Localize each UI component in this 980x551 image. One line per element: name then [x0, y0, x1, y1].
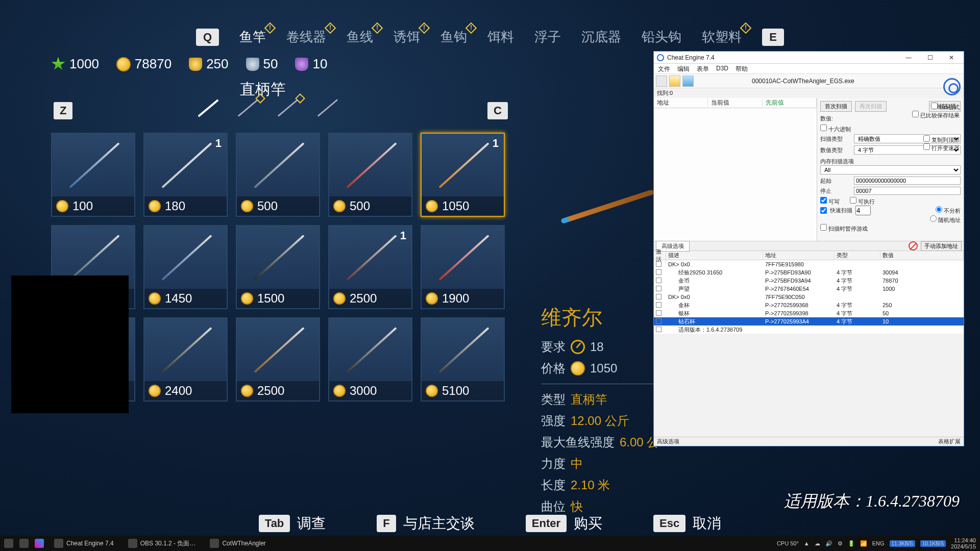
ce-fast-checkbox[interactable]	[820, 207, 827, 214]
cheat-engine-window[interactable]: Cheat Engine 7.4 — ☐ ✕ 文件 编辑 表单 D3D 帮助 0…	[653, 51, 964, 446]
tab-float[interactable]: 浮子	[534, 28, 561, 46]
coin-icon	[56, 200, 68, 212]
ce-process-button[interactable]	[656, 76, 667, 87]
price-bar: 2400	[144, 381, 227, 400]
subcat-4[interactable]	[316, 97, 340, 117]
price-bar: 5100	[422, 381, 504, 400]
coin-icon	[149, 292, 161, 305]
task-view-icon[interactable]	[19, 539, 29, 548]
ce-table-row[interactable]: 钻石杯P->277025993A44 字节10	[654, 317, 964, 325]
trophy-diamond-icon	[295, 58, 308, 71]
tab-reel[interactable]: 卷线器	[286, 28, 326, 46]
subcat-3[interactable]	[276, 97, 301, 117]
ce-menu[interactable]: 文件 编辑 表单 D3D 帮助	[654, 64, 964, 74]
ce-result-list[interactable]: 地址 当前值 先前值	[654, 98, 817, 241]
tab-jig[interactable]: 铅头钩	[642, 28, 681, 46]
coin-icon	[333, 385, 346, 397]
price-bar: 2500	[329, 289, 411, 308]
ce-first-scan-button[interactable]: 首次扫描	[820, 101, 852, 112]
ce-logo-icon	[657, 54, 664, 61]
price-bar: 100	[52, 196, 134, 216]
coin-icon	[426, 385, 438, 397]
taskbar-app-obs[interactable]: OBS 30.1.2 - 负面…	[124, 538, 200, 549]
copilot-icon[interactable]	[35, 539, 44, 548]
ce-table-row[interactable]: 适用版本：1.6.4.2738709	[654, 325, 964, 334]
ce-start-input[interactable]	[854, 177, 961, 185]
coin-icon	[241, 385, 253, 397]
action-cancel[interactable]: Esc取消	[653, 514, 721, 533]
ce-add-address-button[interactable]: 手动添加地址	[921, 241, 962, 251]
owned-count: 1	[215, 137, 222, 150]
item-card[interactable]: 1500	[236, 225, 320, 309]
coin-icon	[116, 57, 131, 71]
system-tray[interactable]: CPU 50° ▲☁🔊⚙🔋📶 ENG 11.3KB/S10.1KB/S 11:2…	[777, 537, 976, 549]
star-icon	[51, 57, 65, 71]
close-button[interactable]: ✕	[942, 54, 961, 61]
ce-save-button[interactable]	[682, 76, 694, 87]
item-card[interactable]: 1450	[143, 225, 228, 309]
tab-line[interactable]: 鱼线	[347, 28, 373, 46]
ce-process-name: 000010AC-CotWTheAngler_EGS.exe	[752, 78, 854, 85]
stat-coins: 78870	[116, 56, 172, 72]
ce-open-button[interactable]	[669, 76, 680, 87]
next-key-badge[interactable]: E	[762, 29, 784, 46]
subcategory-next-key[interactable]: C	[487, 102, 508, 119]
ce-footer: 高级选项表格扩展	[654, 437, 964, 446]
item-card[interactable]: 5100	[421, 317, 505, 402]
price-value: 100	[72, 199, 93, 213]
tab-hook[interactable]: 鱼钩	[440, 28, 467, 46]
subcat-2[interactable]	[236, 97, 261, 117]
ce-stop-input[interactable]	[854, 187, 961, 195]
ce-table-row[interactable]: 银杯P->277025993984 字节50	[654, 309, 964, 317]
player-stats: 1000 78870 250 50 10	[51, 56, 327, 72]
item-card[interactable]: 500	[236, 133, 320, 217]
coin-icon	[333, 200, 346, 212]
ce-stop-icon[interactable]	[909, 241, 918, 251]
ce-table-row[interactable]: 经验29250 31650P->275BFD93A904 字节30094	[654, 268, 964, 277]
item-card[interactable]: 2500	[236, 317, 320, 402]
price-bar: 1900	[422, 289, 504, 308]
taskbar-app-game[interactable]: CotWTheAngler	[206, 538, 270, 549]
ce-hex-checkbox[interactable]	[820, 124, 827, 131]
ce-big-logo-icon[interactable]	[943, 78, 961, 95]
ce-table-row[interactable]: DK> 0x07FF75E90C050	[654, 293, 964, 301]
tab-rod[interactable]: 鱼竿	[239, 28, 266, 46]
item-card[interactable]: 100	[51, 133, 135, 217]
item-card[interactable]: 1180	[143, 133, 228, 217]
tab-sinker[interactable]: 沉底器	[581, 28, 621, 46]
ce-address-table[interactable]: 激活描述地址类型数值 DK> 0x07FF75E915980经验29250 31…	[654, 251, 964, 334]
subcategory-prev-key[interactable]: Z	[54, 102, 72, 119]
coin-icon	[241, 292, 253, 305]
item-card[interactable]: 1900	[421, 225, 505, 309]
ce-table-row[interactable]: DK> 0x07FF75E915980	[654, 260, 964, 268]
item-card[interactable]: 12500	[328, 225, 412, 309]
tab-soft[interactable]: 软塑料	[702, 28, 742, 46]
price-bar: 500	[237, 196, 319, 216]
action-talk[interactable]: F与店主交谈	[377, 514, 474, 533]
prev-key-badge[interactable]: Q	[196, 29, 219, 46]
action-inspect[interactable]: Tab调查	[259, 514, 326, 533]
ce-next-scan-button: 再次扫描	[855, 101, 887, 112]
ce-table-row[interactable]: 金杯P->277025993684 字节250	[654, 301, 964, 309]
taskbar-app-ce[interactable]: Cheat Engine 7.4	[50, 538, 118, 549]
tab-bait[interactable]: 饵料	[487, 28, 514, 46]
ce-table-row[interactable]: 声望P->27678460E544 字节1000	[654, 285, 964, 293]
action-buy[interactable]: Enter购买	[526, 514, 602, 533]
tab-lure[interactable]: 诱饵	[394, 28, 420, 46]
warn-icon	[325, 22, 336, 34]
maximize-button[interactable]: ☐	[921, 54, 939, 61]
start-button[interactable]	[4, 539, 13, 548]
item-card[interactable]: 500	[328, 133, 412, 217]
minimize-button[interactable]: —	[899, 54, 918, 61]
top-nav: Q 鱼竿 卷线器 鱼线 诱饵 鱼钩 饵料 浮子 沉底器 铅头钩 软塑料 E	[0, 28, 980, 46]
item-card[interactable]: 11050	[421, 133, 505, 217]
warn-icon	[295, 93, 305, 104]
overlay-blackbox	[11, 276, 129, 413]
item-card[interactable]: 2400	[143, 317, 228, 402]
windows-taskbar[interactable]: Cheat Engine 7.4 OBS 30.1.2 - 负面… CotWTh…	[0, 536, 980, 551]
ce-memall-select[interactable]: All	[820, 165, 961, 174]
subcat-1[interactable]	[197, 97, 221, 117]
item-card[interactable]: 3000	[328, 317, 412, 402]
ce-table-row[interactable]: 金币P->275BFD93A944 字节78870	[654, 277, 964, 285]
ce-titlebar[interactable]: Cheat Engine 7.4 — ☐ ✕	[654, 52, 964, 64]
